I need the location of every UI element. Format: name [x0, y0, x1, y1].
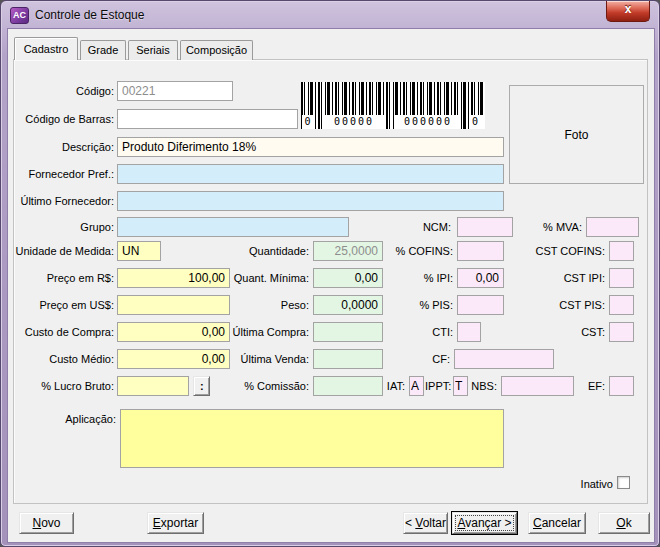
comissao-input[interactable]: [313, 376, 383, 396]
tab-composicao[interactable]: Composição: [180, 40, 253, 60]
iat-input[interactable]: [409, 376, 424, 396]
ncm-label: NCM:: [393, 220, 451, 234]
aplicacao-label: Aplicação:: [3, 412, 116, 426]
ncm-input[interactable]: [457, 217, 513, 237]
quantidade-label: Quantidade:: [229, 244, 309, 258]
ipi-label: % IPI:: [369, 271, 453, 285]
ultima-compra-label: Última Compra:: [229, 325, 309, 339]
cf-label: CF:: [369, 352, 450, 366]
mva-label: % MVA:: [513, 220, 582, 234]
preco-rs-input[interactable]: [117, 268, 230, 288]
ultimo-fornecedor-input[interactable]: [117, 191, 504, 211]
mva-input[interactable]: [586, 217, 639, 237]
peso-label: Peso:: [229, 298, 309, 312]
tab-seriais[interactable]: Seriais: [128, 40, 178, 60]
codigo-input[interactable]: [117, 81, 233, 101]
lucro-bruto-calc-button[interactable]: :: [193, 376, 210, 396]
ipi-input[interactable]: [457, 268, 504, 288]
barcode-digit-group: 00000: [323, 115, 385, 129]
cf-input[interactable]: [454, 349, 554, 369]
inativo-checkbox[interactable]: [617, 476, 630, 489]
codigo-barras-input[interactable]: [117, 109, 298, 129]
close-button[interactable]: x: [606, 1, 650, 22]
foto-label: Foto: [510, 128, 643, 142]
cofins-label: % COFINS:: [369, 244, 453, 258]
barcode-digit-group: 0: [302, 115, 315, 129]
comissao-label: % Comissão:: [229, 379, 309, 393]
lucro-bruto-input[interactable]: [117, 376, 189, 396]
aplicacao-textarea[interactable]: [120, 409, 504, 468]
titlebar[interactable]: AC Controle de Estoque x: [1, 1, 659, 29]
preco-us-label: Preço em US$:: [3, 298, 114, 312]
iat-label: IAT:: [375, 379, 405, 393]
cst-label: CST:: [501, 325, 605, 339]
tab-cadastro[interactable]: Cadastro: [14, 37, 78, 60]
custo-medio-input[interactable]: [117, 349, 230, 369]
descricao-label: Descrição:: [3, 140, 114, 154]
descricao-input[interactable]: [117, 137, 504, 157]
custo-medio-label: Custo Médio:: [3, 352, 114, 366]
voltar-button[interactable]: < Voltar: [403, 512, 448, 534]
barcode-digit-group: 000000: [395, 115, 461, 129]
pis-label: % PIS:: [369, 298, 453, 312]
novo-button[interactable]: Novo: [19, 512, 74, 534]
cst-pis-label: CST PIS:: [501, 298, 605, 312]
ultima-venda-label: Última Venda:: [229, 352, 309, 366]
cst-ipi-label: CST IPI:: [501, 271, 605, 285]
app-icon: AC: [10, 7, 29, 24]
window-title: Controle de Estoque: [35, 8, 144, 22]
barcode-digit-group: 0: [469, 115, 483, 129]
custo-compra-input[interactable]: [117, 322, 230, 342]
cti-label: CTI:: [369, 325, 453, 339]
nbs-label: NBS:: [471, 379, 497, 393]
cofins-input[interactable]: [457, 241, 504, 261]
preco-us-input[interactable]: [117, 295, 230, 315]
close-icon: x: [607, 2, 649, 16]
avancar-button[interactable]: Avançar >: [452, 512, 517, 534]
foto-panel: Foto: [509, 85, 644, 184]
codigo-label: Código:: [3, 84, 114, 98]
grupo-input[interactable]: [117, 217, 349, 237]
cst-input[interactable]: [609, 322, 634, 342]
cst-cofins-label: CST COFINS:: [501, 244, 605, 258]
custo-compra-label: Custo de Compra:: [3, 325, 114, 339]
tab-grade[interactable]: Grade: [80, 40, 126, 60]
ef-input[interactable]: [609, 376, 634, 396]
quant-minima-label: Quant. Mínima:: [229, 271, 309, 285]
inativo-label: Inativo: [541, 477, 613, 491]
fornecedor-pref-input[interactable]: [117, 164, 504, 184]
ippt-label: IPPT:: [425, 379, 451, 393]
barcode-image: 0 00000 000000 0: [301, 82, 485, 129]
stock-control-window: AC Controle de Estoque x Cadastro Grade …: [0, 0, 660, 547]
lucro-bruto-label: % Lucro Bruto:: [3, 379, 114, 393]
cst-cofins-input[interactable]: [609, 241, 634, 261]
cst-pis-input[interactable]: [609, 295, 634, 315]
grupo-label: Grupo:: [3, 220, 114, 234]
unidade-medida-label: Unidade de Medida:: [3, 244, 114, 258]
codigo-barras-label: Código de Barras:: [3, 112, 114, 126]
fornecedor-pref-label: Fornecedor Pref.:: [3, 167, 114, 181]
unidade-medida-input[interactable]: [117, 241, 161, 261]
ultimo-fornecedor-label: Último Fornecedor:: [3, 194, 114, 208]
exportar-button[interactable]: Exportar: [147, 512, 204, 534]
ef-label: EF:: [561, 379, 605, 393]
pis-input[interactable]: [457, 295, 504, 315]
ok-button[interactable]: Ok: [598, 512, 650, 534]
cti-input[interactable]: [457, 322, 481, 342]
cancelar-button[interactable]: Cancelar: [528, 512, 586, 534]
cst-ipi-input[interactable]: [609, 268, 634, 288]
ippt-input[interactable]: [453, 376, 468, 396]
preco-rs-label: Preço em R$:: [3, 271, 114, 285]
